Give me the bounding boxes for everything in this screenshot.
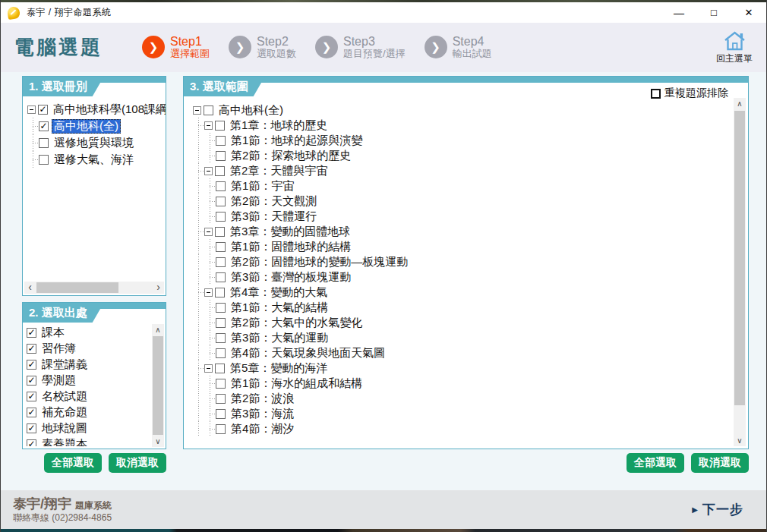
checkbox[interactable]: ✓ xyxy=(27,408,36,417)
checkbox[interactable] xyxy=(216,303,226,313)
tree-item-label[interactable]: 第1節：宇宙 xyxy=(229,179,296,194)
checkbox[interactable] xyxy=(216,424,226,434)
source-item-label[interactable]: 素養題本 xyxy=(39,437,90,446)
tree-item-label[interactable]: 第2章：天體與宇宙 xyxy=(228,164,330,178)
checkbox[interactable] xyxy=(39,138,49,148)
close-button[interactable]: ✕ xyxy=(731,2,766,23)
tree-item-label[interactable]: 第2節：大氣中的水氣變化 xyxy=(229,316,365,330)
collapse-icon[interactable] xyxy=(193,106,201,115)
scroll-left-icon[interactable]: ‹ xyxy=(24,282,36,294)
scope-vertical-scrollbar[interactable]: ∧ ∨ xyxy=(734,98,746,446)
tree-item-label[interactable]: 第1節：固體地球的結構 xyxy=(229,240,353,254)
collapse-icon[interactable] xyxy=(204,121,213,130)
tree-item-label[interactable]: 高中地球科學(108課綱) xyxy=(51,102,166,117)
checkbox[interactable] xyxy=(216,272,226,282)
checkbox[interactable]: ✓ xyxy=(27,344,36,354)
checkbox[interactable] xyxy=(216,379,226,389)
scroll-up-icon[interactable]: ∧ xyxy=(152,324,164,335)
tree-item-label[interactable]: 高中地科(全) xyxy=(52,119,121,134)
tree-item-label[interactable]: 第3節：臺灣的板塊運動 xyxy=(229,270,353,285)
collapse-icon[interactable] xyxy=(204,228,213,236)
tree-item: 第1章：地球的歷史 xyxy=(193,118,748,133)
scrollbar-thumb[interactable] xyxy=(153,336,163,435)
checkbox[interactable]: ✓ xyxy=(27,328,36,338)
checkbox[interactable]: ✓ xyxy=(38,105,48,115)
tree-item-label[interactable]: 第3節：大氣的運動 xyxy=(229,331,330,345)
tree-item-label[interactable]: 第4章：變動的大氣 xyxy=(228,285,330,300)
tree-item-label[interactable]: 第5章：變動的海洋 xyxy=(228,361,330,376)
checkbox[interactable] xyxy=(216,181,226,191)
source-item-label[interactable]: 學測題 xyxy=(39,373,78,388)
source-item-label[interactable]: 習作簿 xyxy=(39,342,78,356)
source-item-label[interactable]: 名校試題 xyxy=(39,389,90,404)
scroll-down-icon[interactable]: ∨ xyxy=(734,435,746,446)
sources-vertical-scrollbar[interactable]: ∧ ∨ xyxy=(152,324,164,447)
tree-item-label[interactable]: 第1節：地球的起源與演變 xyxy=(229,134,365,148)
source-item-label[interactable]: 課本 xyxy=(39,326,67,340)
tree-item-label[interactable]: 第4節：潮汐 xyxy=(229,422,296,436)
checkbox[interactable] xyxy=(216,318,226,328)
source-item-label[interactable]: 補充命題 xyxy=(39,405,90,420)
checkbox[interactable] xyxy=(215,121,225,131)
collapse-icon[interactable] xyxy=(204,364,213,373)
checkbox[interactable] xyxy=(204,105,213,115)
maximize-button[interactable]: □ xyxy=(696,2,731,23)
minimize-button[interactable]: — xyxy=(661,2,696,23)
books-horizontal-scrollbar[interactable]: ‹ › xyxy=(24,282,164,294)
checkbox[interactable] xyxy=(216,409,226,419)
collapse-icon[interactable] xyxy=(27,105,36,114)
checkbox[interactable] xyxy=(216,197,226,206)
checkbox[interactable]: ✓ xyxy=(27,439,36,446)
checkbox[interactable] xyxy=(215,166,225,176)
scroll-right-icon[interactable]: › xyxy=(153,282,164,294)
tree-item-label[interactable]: 第1節：大氣的結構 xyxy=(229,301,330,315)
checkbox[interactable] xyxy=(216,333,226,343)
source-item-label[interactable]: 地球說圖 xyxy=(39,421,90,436)
tree-item-label[interactable]: 第3節：海流 xyxy=(229,407,296,421)
scrollbar-thumb[interactable] xyxy=(36,282,118,293)
books-deselect-all-button[interactable]: 取消選取 xyxy=(109,453,166,473)
checkbox[interactable] xyxy=(216,242,226,252)
tree-item-label[interactable]: 第2節：探索地球的歷史 xyxy=(229,149,353,163)
checkbox[interactable] xyxy=(39,155,49,165)
tree-item-label[interactable]: 高中地科(全) xyxy=(216,103,286,118)
checkbox[interactable] xyxy=(216,136,226,146)
tree-item-label[interactable]: 第2節：固體地球的變動—板塊運動 xyxy=(229,255,410,269)
tree-item-label[interactable]: 第2節：波浪 xyxy=(229,392,296,406)
checkbox[interactable]: ✓ xyxy=(27,360,36,370)
checkbox[interactable] xyxy=(216,348,226,358)
tree-item-label[interactable]: 選修地質與環境 xyxy=(52,136,136,150)
tree-item-label[interactable]: 第4節：天氣現象與地面天氣圖 xyxy=(229,346,387,360)
collapse-icon[interactable] xyxy=(204,288,213,297)
scope-deselect-all-button[interactable]: 取消選取 xyxy=(691,453,749,473)
checkbox[interactable]: ✓ xyxy=(39,121,49,131)
home-button[interactable]: 回主選單 xyxy=(716,30,756,65)
next-step-button[interactable]: ▶ 下一步 xyxy=(692,501,743,518)
tree-item-label[interactable]: 第3章：變動的固體地球 xyxy=(228,225,352,239)
checkbox[interactable] xyxy=(215,364,225,373)
books-select-all-button[interactable]: 全部選取 xyxy=(44,453,102,473)
checkbox[interactable] xyxy=(216,151,226,161)
checkbox[interactable]: ✓ xyxy=(27,392,36,401)
checkbox[interactable] xyxy=(216,394,226,404)
scroll-up-icon[interactable]: ∧ xyxy=(734,98,746,109)
checkbox[interactable]: ✓ xyxy=(27,376,36,386)
checkbox[interactable] xyxy=(215,288,225,297)
tree-item-label[interactable]: 第1節：海水的組成和結構 xyxy=(229,376,365,391)
checkbox[interactable] xyxy=(216,212,226,222)
dedupe-checkbox[interactable]: 重複題源排除 xyxy=(651,87,728,100)
scroll-down-icon[interactable]: ∨ xyxy=(152,436,164,447)
tree-item-label[interactable]: 選修大氣、海洋 xyxy=(52,153,136,167)
tree-item-label[interactable]: 第3節：天體運行 xyxy=(229,209,319,224)
source-item-label[interactable]: 課堂講義 xyxy=(39,357,90,372)
scrollbar-thumb[interactable] xyxy=(734,111,745,405)
collapse-icon[interactable] xyxy=(204,167,213,175)
dedupe-checkbox-box[interactable] xyxy=(651,89,661,99)
checkbox[interactable] xyxy=(216,257,226,267)
checkbox[interactable] xyxy=(215,227,225,237)
checkbox[interactable]: ✓ xyxy=(27,423,36,433)
books-button-row: 全部選取 取消選取 xyxy=(22,453,166,473)
scope-select-all-button[interactable]: 全部選取 xyxy=(627,453,684,473)
tree-item-label[interactable]: 第2節：天文觀測 xyxy=(229,194,319,209)
tree-item-label[interactable]: 第1章：地球的歷史 xyxy=(228,118,330,133)
